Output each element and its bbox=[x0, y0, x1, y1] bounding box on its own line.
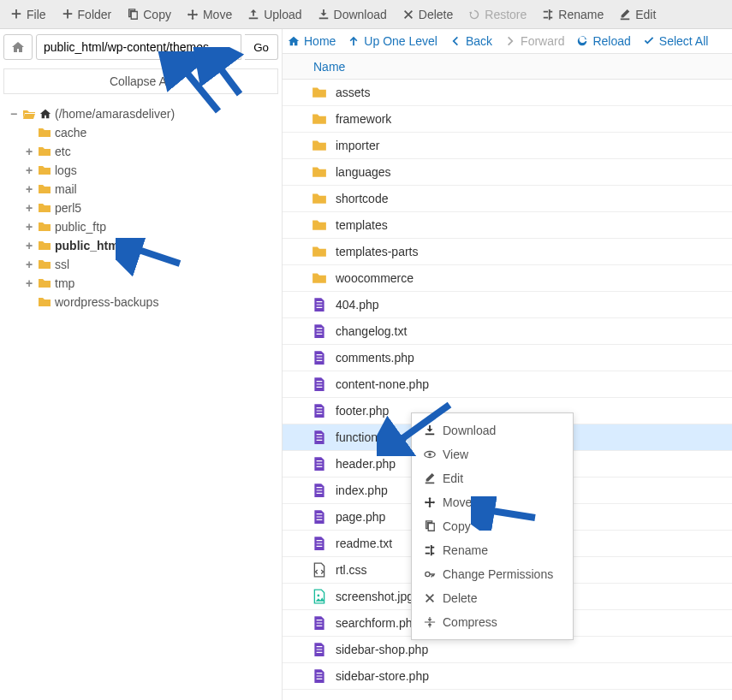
file-row[interactable]: framework bbox=[283, 106, 732, 133]
folder-icon bbox=[38, 220, 51, 234]
toolbar-move-button[interactable]: Move bbox=[180, 4, 239, 25]
file-name: index.php bbox=[336, 483, 388, 497]
folder-icon bbox=[38, 295, 51, 309]
content-pane: Home Up One Level Back Forward Reload Se… bbox=[283, 29, 732, 700]
file-row[interactable]: woocommerce bbox=[283, 265, 732, 292]
toolbar-label: Download bbox=[334, 8, 387, 21]
home-button[interactable] bbox=[3, 34, 33, 60]
ctx-label: Copy bbox=[443, 519, 471, 533]
ctx-delete[interactable]: Delete bbox=[412, 586, 573, 610]
toolbar-file-button[interactable]: File bbox=[3, 4, 53, 25]
column-header-name[interactable]: Name bbox=[283, 54, 732, 80]
path-bar: Go bbox=[0, 29, 282, 65]
ctx-compress[interactable]: Compress bbox=[412, 610, 573, 634]
file-row[interactable]: languages bbox=[283, 159, 732, 186]
tree-item-mail[interactable]: +mail bbox=[24, 180, 275, 199]
file-row[interactable]: shortcode bbox=[283, 186, 732, 212]
ctx-view[interactable]: View bbox=[412, 442, 573, 466]
ctx-edit[interactable]: Edit bbox=[412, 466, 573, 490]
folder-icon bbox=[312, 164, 327, 180]
toolbar-download-button[interactable]: Download bbox=[311, 4, 394, 25]
file-name: framework bbox=[336, 112, 391, 126]
file-row[interactable]: templates bbox=[283, 212, 732, 239]
file-name: templates bbox=[336, 218, 388, 232]
download-icon bbox=[424, 424, 436, 436]
file-row[interactable]: importer bbox=[283, 133, 732, 159]
folder-icon bbox=[312, 111, 327, 127]
file-row[interactable]: content-none.php bbox=[283, 371, 732, 398]
edit-icon bbox=[424, 472, 436, 484]
expander-icon: + bbox=[24, 180, 34, 199]
home-icon bbox=[11, 40, 25, 54]
file-name: screenshot.jpg bbox=[336, 590, 414, 603]
tree-item-cache[interactable]: cache bbox=[24, 123, 275, 142]
ctx-move[interactable]: Move bbox=[412, 490, 573, 514]
upload-icon bbox=[247, 9, 259, 21]
tree-item-public-ftp[interactable]: +public_ftp bbox=[24, 217, 275, 236]
toolbar-label: Rename bbox=[558, 8, 604, 21]
file-name: importer bbox=[336, 139, 379, 152]
file-row[interactable]: sidebar-shop.php bbox=[283, 637, 732, 663]
ctx-change-permissions[interactable]: Change Permissions bbox=[412, 562, 573, 586]
view-icon bbox=[424, 448, 436, 460]
file-row[interactable]: 404.php bbox=[283, 292, 732, 318]
toolbar-folder-button[interactable]: Folder bbox=[55, 4, 119, 25]
sidebar: Go Collapse All − (/home/amarasdeliver) … bbox=[0, 29, 283, 700]
tree-item-etc[interactable]: +etc bbox=[24, 142, 275, 161]
path-input[interactable] bbox=[36, 34, 241, 60]
file-row[interactable]: sidebar-store.php bbox=[283, 663, 732, 690]
nav-select-all[interactable]: Select All bbox=[643, 34, 709, 48]
file-row[interactable]: templates-parts bbox=[283, 239, 732, 265]
ctx-rename[interactable]: Rename bbox=[412, 538, 573, 562]
tree-label: cache bbox=[55, 123, 86, 142]
ctx-label: Edit bbox=[443, 472, 463, 485]
toolbar-rename-button[interactable]: Rename bbox=[535, 4, 610, 25]
toolbar-label: Copy bbox=[143, 8, 171, 21]
home-icon bbox=[39, 108, 51, 120]
tree-root[interactable]: − (/home/amarasdeliver) bbox=[9, 104, 275, 123]
collapse-all-button[interactable]: Collapse All bbox=[3, 68, 278, 94]
ctx-copy[interactable]: Copy bbox=[412, 514, 573, 538]
nav-back[interactable]: Back bbox=[449, 34, 492, 48]
ctx-download[interactable]: Download bbox=[412, 418, 573, 442]
toolbar-copy-button[interactable]: Copy bbox=[120, 4, 178, 25]
go-button[interactable]: Go bbox=[245, 34, 278, 60]
expander-icon: + bbox=[24, 255, 34, 274]
file-row[interactable]: comments.php bbox=[283, 345, 732, 371]
plus-icon bbox=[62, 9, 74, 21]
context-menu: DownloadViewEditMoveCopyRenameChange Per… bbox=[411, 412, 574, 640]
file-icon bbox=[312, 615, 327, 631]
nav-home[interactable]: Home bbox=[288, 34, 336, 48]
copy-icon bbox=[127, 9, 139, 21]
nav-up[interactable]: Up One Level bbox=[348, 34, 437, 48]
toolbar-edit-button[interactable]: Edit bbox=[612, 4, 663, 25]
tree-item-wordpress-backups[interactable]: wordpress-backups bbox=[24, 293, 275, 311]
toolbar-upload-button[interactable]: Upload bbox=[241, 4, 308, 25]
nav-reload[interactable]: Reload bbox=[576, 34, 630, 48]
header-label: Name bbox=[313, 60, 345, 74]
tree-label: perl5 bbox=[55, 199, 81, 217]
plus-icon bbox=[10, 9, 22, 21]
key-icon bbox=[424, 568, 436, 580]
file-name: comments.php bbox=[336, 351, 414, 365]
file-name: content-none.php bbox=[336, 377, 429, 391]
rename-icon bbox=[424, 544, 436, 556]
folder-icon bbox=[312, 85, 327, 100]
file-image-icon bbox=[312, 589, 327, 604]
tree-item-ssl[interactable]: +ssl bbox=[24, 255, 275, 274]
folder-icon bbox=[38, 182, 51, 196]
file-name: readme.txt bbox=[336, 537, 392, 550]
delete-icon bbox=[402, 9, 414, 21]
tree-label: wordpress-backups bbox=[55, 293, 158, 311]
tree-item-logs[interactable]: +logs bbox=[24, 161, 275, 180]
file-row[interactable]: assets bbox=[283, 80, 732, 106]
file-row[interactable]: changelog.txt bbox=[283, 318, 732, 345]
tree-item-perl5[interactable]: +perl5 bbox=[24, 199, 275, 217]
folder-icon bbox=[312, 217, 327, 233]
toolbar-delete-button[interactable]: Delete bbox=[396, 4, 460, 25]
tree-label: logs bbox=[55, 161, 77, 180]
tree-label: etc bbox=[55, 142, 71, 161]
tree-item-public-html[interactable]: +public_html bbox=[24, 236, 275, 255]
tree-item-tmp[interactable]: +tmp bbox=[24, 274, 275, 293]
file-icon bbox=[312, 456, 327, 472]
